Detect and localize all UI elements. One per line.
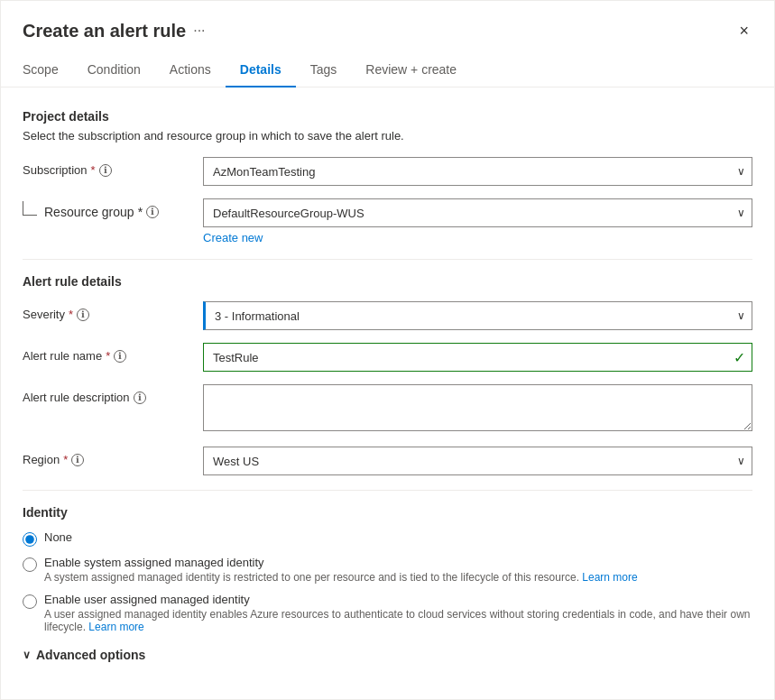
identity-none-label: None	[44, 530, 72, 544]
close-button[interactable]: ×	[735, 19, 752, 42]
create-alert-rule-dialog: Create an alert rule ··· × Scope Conditi…	[0, 0, 775, 700]
identity-none-radio[interactable]	[23, 532, 37, 547]
alert-rule-description-row: Alert rule description ℹ	[23, 384, 752, 434]
identity-system-label: Enable system assigned managed identity	[44, 556, 638, 569]
tab-scope[interactable]: Scope	[23, 53, 73, 88]
alert-rule-name-row: Alert rule name * ℹ ✓	[23, 343, 752, 372]
identity-user-label: Enable user assigned managed identity	[44, 593, 752, 606]
dialog-header: Create an alert rule ··· ×	[1, 1, 774, 42]
identity-system-option: Enable system assigned managed identity …	[23, 556, 752, 584]
more-options-icon[interactable]: ···	[193, 23, 205, 39]
subscription-control: AzMonTeamTesting ∨	[203, 157, 752, 186]
subscription-required: *	[91, 163, 96, 177]
severity-select-wrapper: 0 - Critical 1 - Error 2 - Warning 3 - I…	[203, 301, 752, 330]
resource-group-label-wrapper: Resource group * ℹ	[23, 198, 203, 219]
title-row: Create an alert rule ···	[23, 21, 206, 41]
alert-rule-name-input[interactable]	[203, 343, 752, 372]
severity-row: Severity * ℹ 0 - Critical 1 - Error 2 - …	[23, 301, 752, 330]
severity-label: Severity * ℹ	[23, 301, 203, 321]
identity-options: None Enable system assigned managed iden…	[23, 530, 752, 633]
subscription-info-icon[interactable]: ℹ	[99, 164, 112, 177]
alert-rule-description-textarea[interactable]	[203, 384, 752, 431]
advanced-options-toggle[interactable]: ∨ Advanced options	[23, 648, 752, 662]
tab-details[interactable]: Details	[226, 53, 296, 88]
advanced-options-label: Advanced options	[36, 648, 145, 662]
resource-group-row: Resource group * ℹ DefaultResourceGroup-…	[23, 198, 752, 244]
alert-rule-details-title: Alert rule details	[23, 274, 752, 289]
severity-info-icon[interactable]: ℹ	[77, 309, 89, 321]
resource-group-control: DefaultResourceGroup-WUS ∨ Create new	[203, 198, 752, 244]
identity-user-option: Enable user assigned managed identity A …	[23, 593, 752, 633]
alert-rule-details-section: Alert rule details Severity * ℹ 0 - Crit…	[23, 274, 752, 475]
divider-2	[23, 490, 752, 491]
indent-line	[23, 201, 37, 216]
identity-user-learn-more[interactable]: Learn more	[88, 621, 143, 633]
alert-rule-name-required: *	[106, 349, 110, 363]
project-details-title: Project details	[23, 109, 752, 124]
alert-rule-name-check-icon: ✓	[733, 349, 745, 366]
subscription-label: Subscription * ℹ	[23, 157, 203, 177]
tab-review-create[interactable]: Review + create	[351, 53, 471, 88]
resource-group-select[interactable]: DefaultResourceGroup-WUS	[203, 198, 752, 227]
identity-system-desc: A system assigned managed identity is re…	[44, 571, 638, 584]
region-info-icon[interactable]: ℹ	[71, 454, 84, 466]
create-new-link[interactable]: Create new	[203, 231, 263, 244]
identity-title: Identity	[23, 505, 752, 520]
resource-group-select-wrapper: DefaultResourceGroup-WUS ∨	[203, 198, 752, 227]
tab-actions[interactable]: Actions	[155, 53, 226, 88]
project-details-section: Project details Select the subscription …	[23, 109, 752, 244]
identity-user-radio[interactable]	[23, 594, 37, 609]
region-row: Region * ℹ West US East US Central US We…	[23, 447, 752, 475]
identity-system-radio[interactable]	[23, 557, 37, 572]
alert-rule-name-input-wrapper: ✓	[203, 343, 752, 372]
severity-required: *	[69, 308, 73, 321]
advanced-options-chevron-icon: ∨	[23, 649, 31, 661]
alert-rule-description-label: Alert rule description ℹ	[23, 384, 203, 404]
subscription-select[interactable]: AzMonTeamTesting	[203, 157, 752, 186]
resource-group-required: *	[138, 205, 143, 219]
region-control: West US East US Central US West Europe E…	[203, 447, 752, 475]
subscription-select-wrapper: AzMonTeamTesting ∨	[203, 157, 752, 186]
alert-rule-name-info-icon[interactable]: ℹ	[114, 350, 126, 363]
tab-condition[interactable]: Condition	[73, 53, 155, 88]
wizard-nav: Scope Condition Actions Details Tags Rev…	[1, 53, 774, 88]
severity-control: 0 - Critical 1 - Error 2 - Warning 3 - I…	[203, 301, 752, 330]
identity-section: Identity None Enable system assigned man…	[23, 505, 752, 633]
alert-rule-description-info-icon[interactable]: ℹ	[134, 391, 146, 404]
alert-rule-name-label: Alert rule name * ℹ	[23, 343, 203, 363]
project-details-desc: Select the subscription and resource gro…	[23, 129, 752, 143]
region-select[interactable]: West US East US Central US West Europe E…	[203, 447, 752, 475]
severity-select[interactable]: 0 - Critical 1 - Error 2 - Warning 3 - I…	[203, 301, 752, 330]
dialog-title: Create an alert rule	[23, 21, 186, 41]
region-select-wrapper: West US East US Central US West Europe E…	[203, 447, 752, 475]
region-label: Region * ℹ	[23, 447, 203, 466]
tab-tags[interactable]: Tags	[296, 53, 352, 88]
resource-group-label: Resource group * ℹ	[23, 198, 203, 219]
subscription-row: Subscription * ℹ AzMonTeamTesting ∨	[23, 157, 752, 186]
alert-rule-description-control	[203, 384, 752, 434]
identity-none-option: None	[23, 530, 752, 547]
resource-group-info-icon[interactable]: ℹ	[146, 206, 159, 218]
region-required: *	[63, 453, 68, 466]
alert-rule-name-control: ✓	[203, 343, 752, 372]
divider-1	[23, 259, 752, 260]
content-area: Project details Select the subscription …	[1, 88, 774, 684]
identity-user-desc: A user assigned managed identity enables…	[44, 608, 752, 633]
identity-system-learn-more[interactable]: Learn more	[582, 571, 637, 584]
